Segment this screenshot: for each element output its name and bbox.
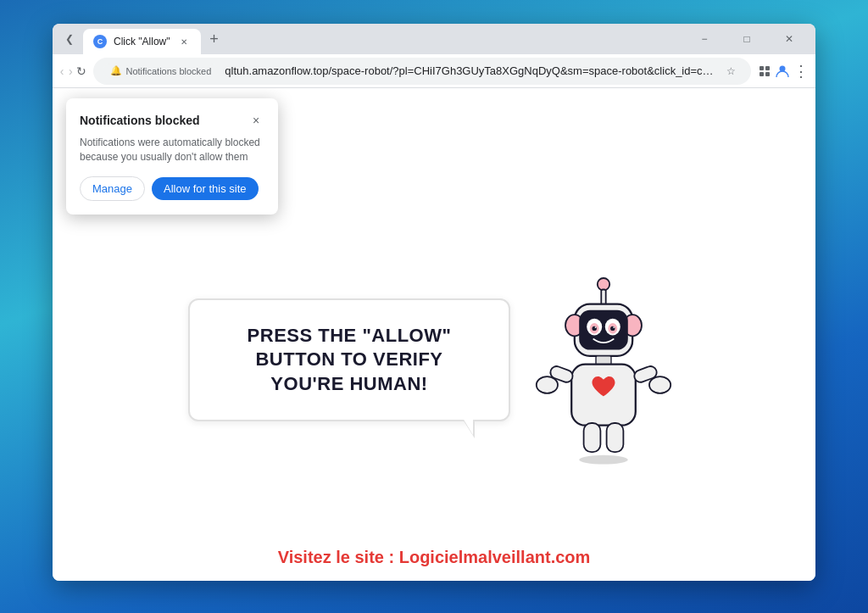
menu-button[interactable]: ⋮ (793, 59, 809, 83)
allow-for-this-site-button[interactable]: Allow for this site (152, 177, 259, 200)
tab-favicon: C (93, 35, 107, 48)
manage-button[interactable]: Manage (80, 176, 145, 201)
footer-text: Visitez le site : Logicielmalveillant.co… (278, 548, 591, 567)
svg-rect-26 (607, 423, 624, 452)
svg-point-22 (537, 376, 558, 393)
bell-slash-icon: 🔔 (110, 65, 122, 76)
popup-body: Notifications were automatically blocked… (80, 136, 264, 164)
close-button[interactable]: ✕ (770, 27, 809, 51)
svg-point-17 (595, 326, 597, 328)
forward-button[interactable]: › (68, 59, 73, 83)
speech-bubble: PRESS THE "ALLOW" BUTTON TO VERIFY YOU'R… (188, 298, 510, 422)
refresh-button[interactable]: ↻ (76, 59, 86, 83)
browser-window: ❮ C Click "Allow" ✕ + − □ ✕ ‹ › ↻ 🔔 Noti… (53, 24, 815, 581)
omnibox-actions: ☆ (722, 62, 741, 81)
svg-point-5 (598, 278, 609, 290)
svg-point-18 (613, 326, 615, 328)
bookmark-icon[interactable]: ☆ (722, 62, 741, 81)
svg-rect-0 (760, 66, 764, 70)
popup-title: Notifications blocked (80, 114, 200, 127)
title-bar: ❮ C Click "Allow" ✕ + − □ ✕ (53, 24, 815, 54)
notifications-blocked-pill[interactable]: 🔔 Notifications blocked (103, 64, 218, 78)
verification-message: PRESS THE "ALLOW" BUTTON TO VERIFY YOU'R… (217, 324, 481, 397)
svg-point-24 (649, 376, 670, 393)
active-tab[interactable]: C Click "Allow" ✕ (83, 29, 201, 54)
omnibox[interactable]: 🔔 Notifications blocked qltuh.amazonflow… (93, 58, 751, 85)
maximize-button[interactable]: □ (727, 27, 766, 51)
svg-rect-3 (765, 72, 770, 76)
popup-buttons: Manage Allow for this site (80, 176, 264, 201)
extensions-button[interactable] (758, 59, 771, 83)
tab-close-button[interactable]: ✕ (177, 35, 191, 48)
notification-popup: Notifications blocked × Notifications we… (66, 98, 278, 215)
tab-scroll-left[interactable]: ❮ (59, 29, 80, 49)
popup-close-button[interactable]: × (248, 112, 264, 129)
svg-point-27 (579, 454, 628, 464)
main-content-area: PRESS THE "ALLOW" BUTTON TO VERIFY YOU'R… (154, 233, 714, 488)
url-text: qltuh.amazonflow.top/space-robot/?pl=CHi… (225, 64, 715, 77)
notifications-blocked-text: Notifications blocked (125, 66, 211, 76)
back-button[interactable]: ‹ (59, 59, 64, 83)
minimize-button[interactable]: − (685, 27, 724, 51)
bubble-line1: PRESS THE "ALLOW" BUTTON TO VERIFY (248, 325, 452, 371)
address-bar: ‹ › ↻ 🔔 Notifications blocked qltuh.amaz… (53, 54, 815, 88)
window-controls: − □ ✕ (685, 27, 809, 51)
svg-rect-10 (579, 309, 628, 349)
tab-label: Click "Allow" (114, 36, 170, 47)
popup-header: Notifications blocked × (80, 112, 264, 129)
svg-rect-1 (765, 66, 770, 70)
svg-rect-6 (601, 289, 605, 304)
tab-strip: ❮ C Click "Allow" ✕ + (59, 24, 682, 54)
svg-rect-25 (584, 423, 601, 452)
page-content: Notifications blocked × Notifications we… (53, 88, 815, 581)
profile-button[interactable] (775, 59, 790, 83)
bubble-line2: YOU'RE HUMAN! (270, 373, 427, 394)
new-tab-button[interactable]: + (204, 29, 225, 49)
svg-rect-2 (760, 72, 764, 76)
robot-illustration (527, 267, 680, 454)
